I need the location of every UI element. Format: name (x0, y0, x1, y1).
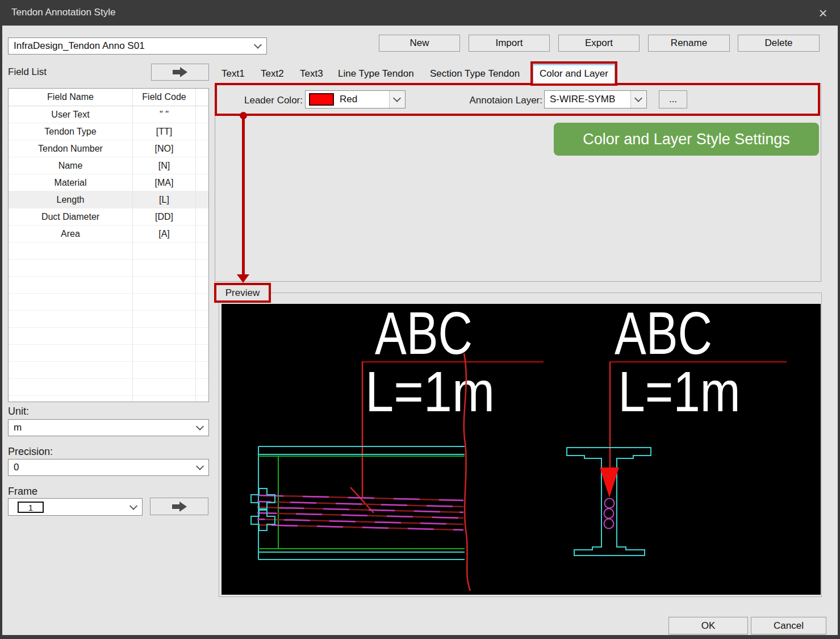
table-row-empty (9, 396, 208, 402)
table-row-empty (9, 362, 208, 379)
table-row-empty (9, 260, 208, 277)
leader-color-combobox[interactable]: Red (305, 90, 406, 108)
tab-color-and-layer[interactable]: Color and Layer (533, 64, 615, 83)
combo-dropdown-zone[interactable] (389, 91, 405, 108)
callout-color-layer-settings: Color and Layer Style Settings (554, 123, 819, 156)
tab-text2[interactable]: Text2 (261, 64, 284, 83)
delete-button-label: Delete (764, 37, 792, 49)
arrow-right-icon (173, 67, 187, 77)
preview-canvas: ABC L=1m (222, 304, 821, 595)
chevron-down-icon (254, 41, 262, 49)
guide-arrow-dot (240, 112, 247, 119)
leader-arrowhead (600, 467, 619, 498)
field-list-table[interactable]: Field Name Field Code User Text" " Tendo… (8, 88, 209, 402)
col-field-name: Field Name (9, 89, 132, 106)
cancel-button[interactable]: Cancel (751, 617, 826, 634)
rename-button[interactable]: Rename (648, 35, 730, 52)
ok-button-label: OK (701, 620, 716, 632)
guide-arrow-head-icon (237, 274, 249, 283)
callout-text: Color and Layer Style Settings (583, 131, 790, 148)
table-row-empty (9, 345, 208, 362)
section-view-drawing: ABC L=1m (567, 304, 787, 556)
tab-text1[interactable]: Text1 (222, 64, 245, 83)
tendon-ducts (604, 499, 615, 529)
import-button[interactable]: Import (469, 35, 550, 52)
preview-label: Preview (214, 283, 271, 303)
table-header: Field Name Field Code (9, 89, 208, 106)
table-row[interactable]: Tendon Number[NO] (9, 140, 208, 157)
tab-section-type-tendon[interactable]: Section Type Tendon (430, 64, 520, 83)
col-field-code: Field Code (132, 89, 195, 106)
section-view-length-text: L=1m (618, 360, 741, 423)
add-field-button[interactable] (151, 64, 209, 81)
chevron-down-icon (196, 423, 204, 431)
style-name-value: InfraDesign_Tendon Anno S01 (14, 40, 145, 52)
table-row-empty (9, 277, 208, 294)
unit-label: Unit: (8, 406, 29, 417)
line-view-length-text: L=1m (365, 360, 495, 423)
rename-button-label: Rename (671, 37, 707, 49)
table-row[interactable]: Material[MA] (9, 174, 208, 191)
chevron-down-icon (196, 462, 204, 470)
unit-value: m (14, 422, 22, 433)
table-row-empty (9, 243, 208, 260)
field-list-label: Field List (8, 66, 47, 78)
new-button[interactable]: New (379, 35, 460, 52)
leader-color-label: Leader Color: (232, 95, 303, 106)
table-row[interactable]: Duct Diameter[DD] (9, 208, 208, 225)
guide-arrow-line (242, 116, 245, 274)
delete-button[interactable]: Delete (738, 35, 820, 52)
export-button-label: Export (585, 37, 613, 49)
ok-button[interactable]: OK (668, 617, 748, 634)
ellipsis-icon: ... (669, 94, 677, 105)
table-row-empty (9, 328, 208, 345)
dialog-title: Tendon Annotation Style (11, 7, 115, 18)
new-button-label: New (409, 37, 429, 49)
chevron-down-icon (393, 94, 401, 102)
apply-frame-button[interactable] (150, 498, 208, 515)
chevron-down-icon (129, 502, 137, 509)
preview-drawing: ABC L=1m (222, 304, 821, 595)
tendon-annotation-style-dialog: Tendon Annotation Style × InfraDesign_Te… (0, 0, 840, 639)
section-view-title-text: ABC (615, 304, 712, 366)
table-row[interactable]: Tendon Type[TT] (9, 123, 208, 140)
close-icon[interactable]: × (814, 4, 832, 22)
red-color-swatch (309, 93, 334, 106)
i-beam-section-outline (567, 448, 651, 556)
precision-value: 0 (14, 462, 19, 473)
leader-color-value: Red (340, 94, 357, 105)
title-bar: Tendon Annotation Style × (0, 0, 840, 26)
frame-combobox[interactable]: 1 (8, 498, 143, 516)
combo-dropdown-zone[interactable] (630, 91, 646, 108)
tendon-strands (257, 495, 463, 530)
frame-style-icon: 1 (18, 502, 44, 513)
frame-label: Frame (8, 486, 37, 498)
annotation-layer-value: S-WIRE-SYMB (550, 94, 615, 105)
table-row-empty (9, 311, 208, 328)
table-row[interactable]: Area[A] (9, 225, 208, 243)
table-row-empty (9, 379, 208, 396)
browse-layer-button[interactable]: ... (659, 90, 687, 108)
unit-combobox[interactable]: m (8, 419, 209, 436)
table-row[interactable]: Name[N] (9, 157, 208, 174)
precision-combobox[interactable]: 0 (8, 459, 209, 476)
line-view-title-text: ABC (375, 304, 473, 366)
line-view-drawing: ABC L=1m (251, 304, 544, 591)
table-row-empty (9, 294, 208, 311)
import-button-label: Import (495, 37, 523, 49)
export-button[interactable]: Export (558, 35, 640, 52)
tab-line-type-tendon[interactable]: Line Type Tendon (338, 64, 414, 83)
style-name-combobox[interactable]: InfraDesign_Tendon Anno S01 (8, 37, 267, 55)
annotation-layer-combobox[interactable]: S-WIRE-SYMB (544, 90, 647, 108)
annotation-layer-label: Annotaion Layer: (454, 95, 542, 106)
tab-text3[interactable]: Text3 (300, 64, 323, 83)
precision-label: Precision: (8, 446, 53, 458)
table-row[interactable]: User Text" " (9, 106, 208, 123)
table-row-selected[interactable]: Length[L] (9, 191, 208, 208)
arrow-right-icon (172, 502, 187, 512)
cancel-button-label: Cancel (774, 620, 804, 632)
chevron-down-icon (634, 94, 642, 102)
